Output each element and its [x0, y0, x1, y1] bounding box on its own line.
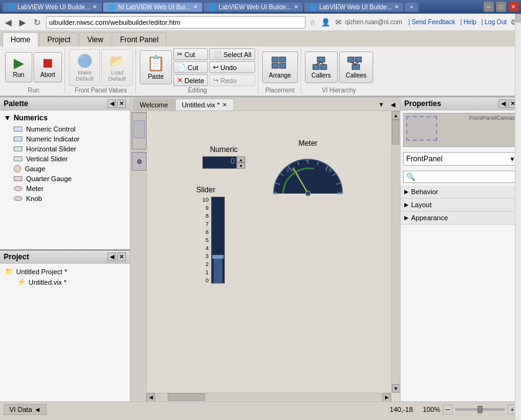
palette-item-vertical-slider[interactable]: Vertical Slider: [1, 154, 129, 164]
forward-btn[interactable]: ▶: [17, 16, 29, 29]
canvas-main[interactable]: Numeric 0 ▲ ▼ Meter: [147, 111, 400, 401]
canvas-panel-btn[interactable]: ⚙: [132, 152, 147, 171]
mail-icon[interactable]: ✉: [334, 17, 343, 28]
title-tab-4-close[interactable]: ✕: [394, 4, 399, 10]
scrollbar-h-left[interactable]: ◀: [147, 393, 155, 402]
prop-section-layout-header[interactable]: ▶ Layout: [401, 199, 521, 211]
tab-untitled-vix[interactable]: Untitled.vix * ✕: [175, 99, 234, 110]
callers-btn[interactable]: Callers: [305, 51, 338, 83]
new-tab-btn[interactable]: +: [405, 2, 419, 12]
scrollbar-v-track[interactable]: [392, 120, 400, 384]
minimize-btn[interactable]: ─: [484, 2, 494, 12]
zoom-slider-track[interactable]: [455, 408, 505, 411]
palette-collapse-btn[interactable]: ◀: [107, 99, 116, 108]
user-icon[interactable]: 👤: [320, 17, 332, 28]
tab-welcome[interactable]: Welcome: [133, 99, 175, 110]
svg-line-8: [321, 62, 324, 65]
ribbon: Home Project View Front Panel ▶ Run ⏹ Ab…: [0, 31, 521, 97]
widget-slider[interactable]: Slider 10 9 8 7 6 5 4 3 2 1: [196, 185, 225, 284]
abort-btn[interactable]: ⏹ Abort: [34, 52, 62, 83]
palette-item-knob[interactable]: Knob: [1, 194, 129, 203]
canvas-scrollbar-v[interactable]: ▲ ▼: [391, 111, 400, 393]
star-icon[interactable]: ☆: [308, 17, 317, 28]
help-link[interactable]: | Help: [460, 19, 476, 25]
project-item-untitled-project[interactable]: 📁 Untitled Project *: [2, 266, 127, 277]
copy-btn[interactable]: 📄 Cut: [173, 61, 208, 73]
widget-meter[interactable]: Meter: [268, 139, 348, 199]
project-collapse-btn[interactable]: ◀: [107, 252, 116, 261]
ribbon-tab-frontpanel[interactable]: Front Panel: [112, 32, 166, 47]
slider-thumb[interactable]: [212, 255, 224, 259]
palette-category-numerics[interactable]: ▼ Numerics: [1, 112, 129, 124]
select-all-icon: ⬜: [213, 50, 222, 58]
project-item-untitled-vix[interactable]: ⚡ Untitled.vix *: [2, 277, 127, 287]
palette-item-quarter-gauge[interactable]: Quarter Gauge: [1, 174, 129, 184]
properties-scrollbar-thumb[interactable]: [515, 14, 521, 22]
palette-close-btn[interactable]: ✕: [117, 99, 126, 108]
undo-btn[interactable]: ↩ Undo: [209, 61, 255, 73]
ribbon-tab-home[interactable]: Home: [2, 32, 39, 47]
prop-dropdown[interactable]: FrontPanel ▼: [403, 152, 519, 166]
properties-collapse-btn[interactable]: ◀: [499, 99, 507, 108]
palette-item-gauge[interactable]: Gauge: [1, 164, 129, 174]
properties-search-input[interactable]: [418, 173, 515, 181]
zoom-out-btn[interactable]: ─: [443, 404, 453, 414]
palette-item-numeric-control[interactable]: Numeric Control: [1, 124, 129, 134]
properties-scrollbar[interactable]: [515, 14, 521, 420]
refresh-btn[interactable]: ↻: [31, 16, 43, 29]
palette-item-horizontal-slider[interactable]: Horizontal Slider: [1, 144, 129, 154]
run-btn[interactable]: ▶ Run: [5, 52, 32, 83]
properties-panel: Properties ◀ ✕ FrontPanelCanvas FrontPan…: [400, 97, 521, 401]
scrollbar-h-right[interactable]: ▶: [383, 393, 391, 402]
callees-btn[interactable]: Callees: [339, 51, 373, 83]
zoom-slider-thumb[interactable]: [478, 406, 482, 413]
cut-btn[interactable]: ✂ Cut: [173, 48, 208, 60]
title-tab-3[interactable]: 🌐 LabVIEW Web UI Builde... ✕: [204, 2, 303, 12]
scrollbar-v-down[interactable]: ▼: [392, 384, 401, 393]
canvas-thumbnail[interactable]: [132, 112, 147, 150]
palette-item-numeric-indicator[interactable]: Numeric Indicator: [1, 134, 129, 144]
project-header: Project ◀ ✕: [0, 251, 130, 264]
make-default-btn[interactable]: 🔵 MakeDefault: [69, 49, 101, 86]
title-tab-1-close[interactable]: ✕: [93, 4, 97, 10]
back-btn[interactable]: ◀: [2, 16, 14, 29]
numeric-input[interactable]: 0: [202, 156, 237, 169]
prop-section-behavior-header[interactable]: ▶ Behavior: [401, 185, 521, 198]
title-tab-4[interactable]: 🌐 LabVIEW Web UI Builde... ✕: [304, 2, 404, 12]
title-tab-2[interactable]: 🌐 NI LabVIEW Web UI Bui... ✕: [103, 2, 202, 12]
tab-restore-btn[interactable]: ◀: [389, 101, 397, 109]
project-close-btn[interactable]: ✕: [117, 252, 126, 261]
paste-btn[interactable]: 📋 Paste: [140, 50, 172, 84]
scrollbar-v-thumb[interactable]: [392, 120, 399, 145]
select-all-btn[interactable]: ⬜ Select All: [209, 48, 255, 60]
numeric-up-btn[interactable]: ▲: [237, 156, 245, 163]
logout-link[interactable]: | Log Out: [481, 19, 507, 25]
address-input[interactable]: [46, 16, 306, 29]
title-tab-2-close[interactable]: ✕: [193, 4, 198, 10]
redo-btn[interactable]: ↪ Redo: [209, 74, 255, 86]
prop-section-appearance-header[interactable]: ▶ Appearance: [401, 212, 521, 224]
palette-category-label: Numerics: [14, 114, 48, 122]
close-btn[interactable]: ✕: [509, 2, 519, 12]
scrollbar-v-up[interactable]: ▲: [392, 111, 401, 120]
svg-rect-10: [355, 57, 361, 62]
ribbon-tab-project[interactable]: Project: [39, 32, 78, 47]
load-default-btn[interactable]: 📂 LoadDefault: [101, 49, 133, 86]
send-feedback-link[interactable]: | Send Feedback: [409, 19, 455, 25]
canvas-scrollbar-h[interactable]: ◀ ▶: [147, 393, 391, 401]
tab-untitled-vix-close[interactable]: ✕: [222, 102, 227, 108]
title-tab-3-close[interactable]: ✕: [294, 4, 299, 10]
tab-minimize-btn[interactable]: ▼: [376, 101, 386, 109]
slider-track[interactable]: [211, 197, 225, 284]
widget-numeric[interactable]: Numeric 0 ▲ ▼: [202, 145, 245, 169]
vi-data-btn[interactable]: VI Data ◄: [4, 404, 47, 415]
scrollbar-h-thumb[interactable]: [168, 393, 205, 401]
title-tab-1[interactable]: 🌐 LabVIEW Web UI Builde... ✕: [2, 2, 102, 12]
numeric-down-btn[interactable]: ▼: [237, 163, 245, 169]
maximize-btn[interactable]: □: [496, 2, 506, 12]
ribbon-tab-view[interactable]: View: [79, 32, 111, 47]
palette-item-meter[interactable]: Meter: [1, 184, 129, 194]
arrange-btn[interactable]: Arrange: [262, 51, 298, 83]
scrollbar-h-track[interactable]: [155, 393, 383, 401]
delete-btn[interactable]: ✕ Delete: [173, 74, 208, 86]
